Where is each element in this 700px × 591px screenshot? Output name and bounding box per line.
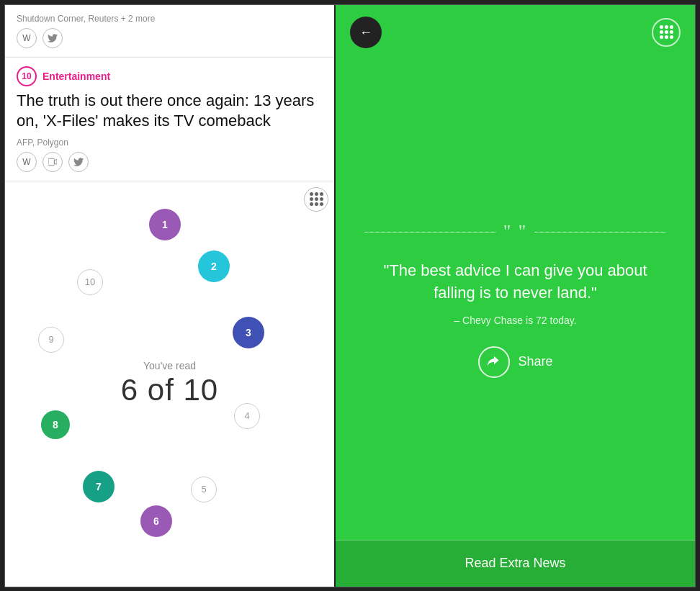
quote-attribution: – Chevy Chase is 72 today. [454, 315, 576, 326]
bubble-area: You've read 6 of 10 1 2 3 4 5 6 7 8 9 10 [5, 181, 334, 587]
menu-dot [660, 25, 663, 29]
menu-dot [665, 25, 668, 29]
grid-dot [315, 202, 318, 206]
read-progress-center: You've read 6 of 10 [121, 360, 218, 407]
share-button[interactable]: Share [478, 346, 553, 378]
share-label: Share [519, 354, 553, 369]
menu-dot [670, 35, 673, 39]
bubble-10[interactable]: 10 [77, 269, 103, 295]
news-item-1: Shutdown Corner, Reuters + 2 more W [5, 5, 334, 58]
bubble-8[interactable]: 8 [41, 410, 70, 439]
grid-dot [320, 197, 323, 201]
grid-dot [315, 192, 318, 196]
back-arrow-icon: ← [359, 26, 372, 39]
action-twitter-2[interactable] [68, 152, 89, 172]
you-read-label: You've read [121, 360, 218, 371]
action-w-1[interactable]: W [17, 28, 37, 48]
menu-button[interactable] [652, 18, 681, 47]
entertainment-badge: 10 Entertainment [17, 66, 323, 86]
badge-number: 10 [17, 66, 37, 86]
grid-dot [310, 192, 313, 196]
bubble-1[interactable]: 1 [149, 209, 181, 240]
read-more-bar[interactable]: Read Extra News [336, 540, 695, 587]
grid-dots-icon [310, 192, 323, 206]
read-count: 6 of 10 [121, 373, 218, 407]
divider-left [364, 232, 496, 233]
news-source-1: Shutdown Corner, Reuters + 2 more [17, 14, 323, 24]
menu-dot [660, 30, 663, 34]
action-video-2[interactable] [42, 152, 63, 172]
action-twitter-1[interactable] [42, 28, 63, 48]
right-header: ← [336, 5, 695, 60]
grid-icon-button[interactable] [304, 187, 328, 212]
action-w-2[interactable]: W [17, 152, 37, 172]
right-panel: ← " " [336, 5, 695, 587]
quote-divider: " " [364, 221, 666, 243]
bubble-4[interactable]: 4 [234, 403, 260, 429]
bubble-5[interactable]: 5 [191, 477, 217, 502]
menu-grid-icon [660, 25, 673, 39]
divider-right [534, 232, 666, 233]
badge-category: Entertainment [42, 71, 110, 82]
menu-dot [670, 30, 673, 34]
back-button[interactable]: ← [350, 17, 382, 48]
menu-dot [660, 35, 663, 39]
bubble-3[interactable]: 3 [233, 317, 264, 348]
bubble-7[interactable]: 7 [83, 471, 115, 502]
grid-dot [320, 192, 323, 196]
quote-section: " " "The best advice I can give you abou… [336, 60, 695, 540]
quote-text: "The best advice I can give you about fa… [364, 260, 666, 304]
grid-dot [310, 197, 313, 201]
news-item-entertainment: 10 Entertainment The truth is out there … [5, 58, 334, 181]
menu-dot [665, 35, 668, 39]
quote-marks-icon: " " [503, 221, 528, 243]
svg-rect-0 [48, 158, 54, 166]
bubble-9[interactable]: 9 [38, 327, 64, 353]
bubble-6[interactable]: 6 [140, 505, 172, 537]
app-container: Shutdown Corner, Reuters + 2 more W 10 E… [4, 4, 696, 587]
entertainment-source: AFP, Polygon [17, 137, 323, 148]
menu-dot [670, 25, 673, 29]
grid-dot [320, 202, 323, 206]
bubble-2[interactable]: 2 [198, 251, 230, 282]
entertainment-title[interactable]: The truth is out there once again: 13 ye… [17, 91, 323, 132]
entertainment-actions: W [17, 152, 323, 172]
menu-dot [665, 30, 668, 34]
grid-dot [315, 197, 318, 201]
grid-dot [310, 202, 313, 206]
read-more-label: Read Extra News [465, 556, 565, 571]
share-circle-icon [478, 346, 510, 378]
news-actions-1: W [17, 28, 323, 48]
left-panel: Shutdown Corner, Reuters + 2 more W 10 E… [5, 5, 336, 587]
